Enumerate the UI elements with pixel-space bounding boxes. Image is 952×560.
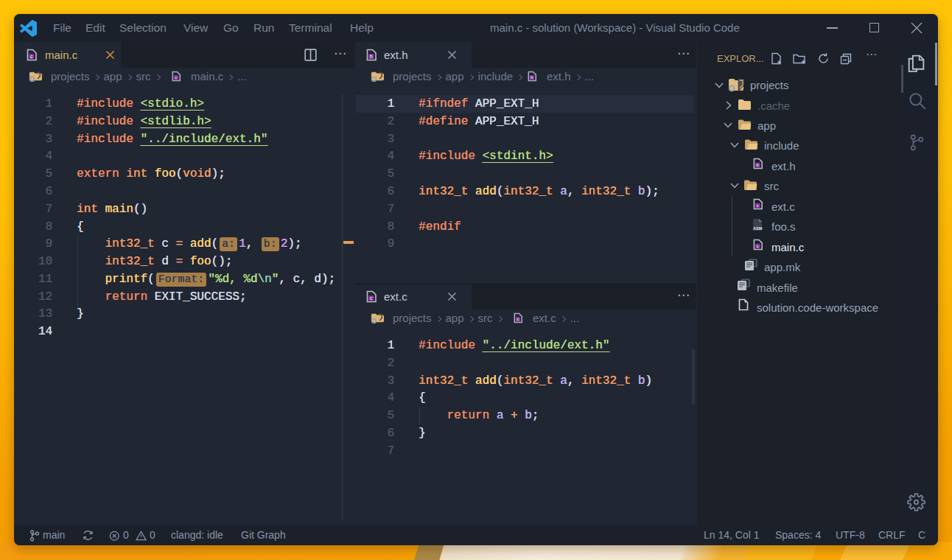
svg-text:c: c: [175, 75, 177, 80]
svg-text:h: h: [370, 54, 373, 59]
svg-text:h: h: [531, 75, 533, 80]
svg-text:c: c: [517, 317, 519, 321]
